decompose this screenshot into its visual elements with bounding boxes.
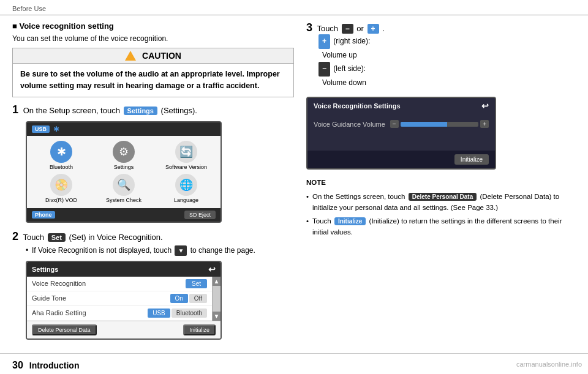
bluetooth-icon-small: ✱ bbox=[53, 125, 59, 133]
bluetooth-icon: ✱ bbox=[50, 141, 72, 163]
vol-left: − (left side): bbox=[317, 62, 576, 77]
note-item-2: Touch Initialize (Initialize) to return … bbox=[306, 215, 576, 238]
settings-row-aha: Aha Radio Setting USB Bluetooth bbox=[27, 306, 212, 321]
settings-screen-title: Settings bbox=[32, 266, 58, 273]
eject-button[interactable]: SD Eject bbox=[184, 211, 216, 219]
settings-screen-header: Settings ↩ bbox=[27, 262, 221, 277]
vr-initialize-button[interactable]: Initialize bbox=[454, 154, 489, 165]
phone-badge: Phone bbox=[32, 211, 55, 219]
step-3-number: 3 bbox=[306, 21, 312, 34]
vr-screen-body: Voice Guidance Volume − + bbox=[307, 114, 495, 151]
icon-settings: ⚙ Settings bbox=[94, 141, 153, 170]
aha-usb-btn[interactable]: USB bbox=[148, 309, 170, 318]
vr-screen-footer: Initialize bbox=[307, 151, 495, 168]
left-column: Voice recognition setting You can set th… bbox=[12, 21, 294, 347]
voice-recognition-label: Voice Recognition bbox=[32, 280, 86, 287]
vol-right: + (right side): bbox=[317, 34, 576, 49]
settings-button-inline[interactable]: Settings bbox=[124, 107, 157, 115]
note-item-1: On the Settings screen, touch Delete Per… bbox=[306, 191, 576, 214]
vr-minus-btn[interactable]: − bbox=[390, 120, 399, 128]
language-label: Language bbox=[174, 197, 198, 203]
vol-up-label: Volume up bbox=[317, 49, 576, 62]
delete-personal-data-note-btn[interactable]: Delete Personal Data bbox=[409, 193, 477, 201]
header-label: Before Use bbox=[12, 5, 46, 12]
right-column: 3 Touch − or + . + (right side): Volume … bbox=[306, 21, 576, 347]
system-label: System Check bbox=[106, 197, 141, 203]
subtitle-text: You can set the volume of the voice reco… bbox=[12, 34, 294, 43]
aha-radio-toggle: USB Bluetooth bbox=[148, 309, 207, 318]
vr-volume-slider[interactable]: − + bbox=[390, 120, 489, 128]
page-header: Before Use bbox=[0, 0, 588, 15]
step-3-pre: Touch bbox=[317, 24, 340, 33]
delete-personal-data-button[interactable]: Delete Personal Data bbox=[32, 324, 97, 335]
language-icon: 🌐 bbox=[175, 174, 197, 196]
guide-tone-toggle: On Off bbox=[170, 294, 208, 303]
note-text-pre-1: On the Settings screen, touch bbox=[312, 193, 407, 200]
screen-bottom-bar: Phone SD Eject bbox=[27, 208, 221, 222]
step-2-sub-item: If Voice Recognition is not displayed, t… bbox=[26, 245, 294, 256]
main-content: Voice recognition setting You can set th… bbox=[0, 21, 588, 347]
guide-tone-label: Guide Tone bbox=[32, 294, 66, 302]
software-icon: 🔄 bbox=[175, 141, 197, 163]
aha-radio-label: Aha Radio Setting bbox=[32, 309, 86, 316]
settings-rows-list: Voice Recognition Set Guide Tone On Off … bbox=[27, 277, 212, 321]
vr-screen-mockup: Voice Recognition Settings ↩ Voice Guida… bbox=[306, 97, 496, 170]
back-arrow-icon[interactable]: ↩ bbox=[208, 264, 216, 274]
vr-back-arrow-icon[interactable]: ↩ bbox=[481, 101, 489, 111]
divx-label: Divx(R) VOD bbox=[45, 197, 77, 203]
settings-label: Settings bbox=[114, 164, 134, 170]
icon-divx: 📀 Divx(R) VOD bbox=[32, 174, 91, 203]
icon-software: 🔄 Software Version bbox=[157, 141, 216, 170]
setup-screen-mockup: USB ✱ ✱ Bluetooth ⚙ Settings 🔄 Software … bbox=[26, 121, 222, 223]
initialize-button-settings[interactable]: Initialize bbox=[183, 324, 216, 335]
plus-button-inline[interactable]: + bbox=[368, 24, 379, 34]
vr-screen-header: Voice Recognition Settings ↩ bbox=[307, 98, 495, 114]
caution-title: CAUTION bbox=[142, 51, 181, 61]
initialize-note-btn[interactable]: Initialize bbox=[334, 217, 366, 225]
vr-volume-row: Voice Guidance Volume − + bbox=[314, 120, 489, 128]
vr-screen-title: Voice Recognition Settings bbox=[314, 102, 401, 110]
down-arrow-button[interactable]: ▼ bbox=[175, 245, 187, 256]
guide-tone-off[interactable]: Off bbox=[189, 294, 207, 303]
step-1-number: 1 bbox=[12, 103, 18, 116]
icon-bluetooth: ✱ Bluetooth bbox=[32, 141, 91, 170]
step-2-number: 2 bbox=[12, 230, 18, 242]
step-3-or: or bbox=[356, 24, 366, 33]
note-section: NOTE On the Settings screen, touch Delet… bbox=[306, 177, 576, 237]
voice-set-button[interactable]: Set bbox=[186, 279, 207, 288]
note-title: NOTE bbox=[306, 177, 576, 188]
page-footer: 30 Introduction bbox=[0, 353, 588, 375]
step-1-text: On the Setup screen, touch bbox=[23, 106, 120, 115]
step-2-sub: If Voice Recognition is not displayed, t… bbox=[26, 245, 294, 256]
settings-screen-mockup: Settings ↩ Voice Recognition Set Guide T… bbox=[26, 261, 222, 340]
settings-rows-container: Voice Recognition Set Guide Tone On Off … bbox=[27, 277, 221, 321]
volume-block: + (right side): Volume up − (left side):… bbox=[317, 34, 576, 89]
scroll-down-arrow[interactable]: ▼ bbox=[213, 312, 221, 321]
usb-badge: USB bbox=[32, 125, 50, 133]
minus-button-inline[interactable]: − bbox=[342, 24, 353, 34]
section-title: Voice recognition setting bbox=[12, 21, 294, 31]
software-label: Software Version bbox=[165, 164, 207, 170]
settings-row-voice: Voice Recognition Set bbox=[27, 277, 212, 291]
vr-plus-btn[interactable]: + bbox=[480, 120, 489, 128]
vr-slider-bar[interactable] bbox=[401, 122, 479, 127]
settings-footer: Delete Personal Data Initialize bbox=[27, 321, 221, 338]
step-2-pre: Touch bbox=[23, 233, 46, 242]
plus-icon-small: + bbox=[318, 34, 330, 49]
watermark: carmanualsonline.info bbox=[516, 361, 582, 368]
minus-icon-small: − bbox=[318, 62, 330, 77]
settings-icon: ⚙ bbox=[113, 141, 135, 163]
divx-icon: 📀 bbox=[50, 174, 72, 196]
scroll-bar: ▲ ▼ bbox=[212, 277, 221, 321]
step-3-post: . bbox=[382, 24, 385, 33]
guide-tone-on[interactable]: On bbox=[170, 294, 188, 303]
bluetooth-label: Bluetooth bbox=[50, 164, 73, 170]
set-button-inline[interactable]: Set bbox=[48, 233, 66, 242]
step-2-text: (Set) in Voice Recognition. bbox=[69, 233, 162, 242]
scroll-up-arrow[interactable]: ▲ bbox=[213, 277, 221, 286]
aha-bluetooth-btn[interactable]: Bluetooth bbox=[172, 309, 207, 318]
vol-down-label: Volume down bbox=[317, 77, 576, 90]
screen-top-bar: USB ✱ bbox=[27, 122, 221, 136]
page-number: 30 bbox=[12, 360, 23, 371]
caution-box: CAUTION Be sure to set the volume of the… bbox=[12, 48, 294, 97]
